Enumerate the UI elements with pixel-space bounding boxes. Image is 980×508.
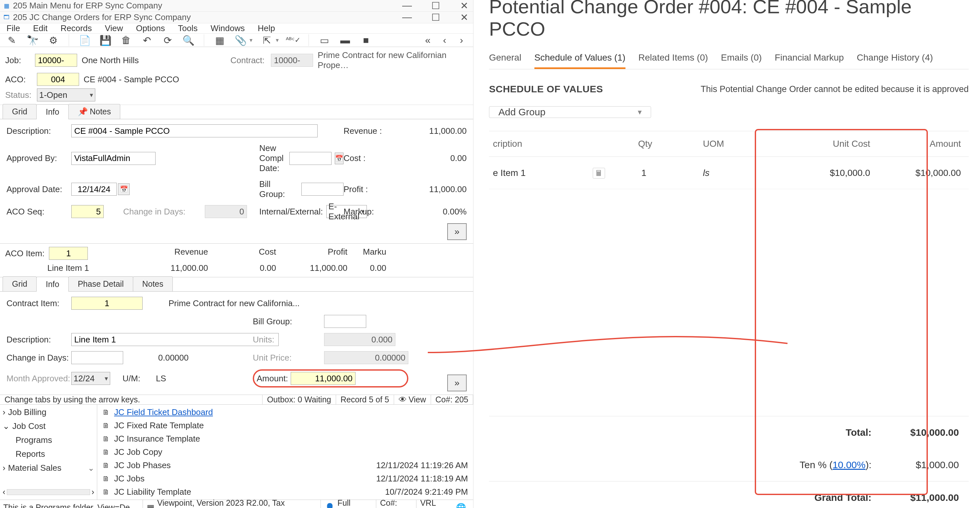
menu-tools[interactable]: Tools	[178, 23, 198, 33]
tab-grid[interactable]: Grid	[3, 104, 37, 119]
job-input[interactable]	[35, 54, 77, 67]
calculator-icon[interactable]: 🖩	[593, 168, 605, 178]
citem-input[interactable]	[71, 297, 143, 310]
menu-options[interactable]: Options	[136, 23, 165, 33]
tree-programs[interactable]: Programs	[3, 435, 94, 445]
file-icon: 🗎	[102, 475, 111, 483]
menu-file[interactable]: File	[6, 23, 20, 33]
list-item[interactable]: 🗎JC Jobs12/11/2024 11:18:19 AM	[102, 474, 468, 484]
acoseq-input[interactable]	[71, 205, 104, 218]
tab2-notes[interactable]: Notes	[133, 276, 173, 291]
aco-input[interactable]	[37, 73, 79, 86]
minimize-icon[interactable]: —	[401, 0, 414, 11]
tab-info[interactable]: Info	[36, 104, 69, 119]
list-item[interactable]: 🗎JC Job Copy	[102, 447, 468, 457]
attach-drop-icon[interactable]: ▾	[250, 37, 253, 44]
close-icon[interactable]: ✕	[458, 0, 471, 11]
sub-titlebar: 🗔 205 JC Change Orders for ERP Sync Comp…	[0, 12, 473, 23]
undo-icon[interactable]: ↶	[140, 34, 153, 47]
tab2-grid[interactable]: Grid	[3, 276, 37, 291]
nav-next-icon[interactable]: ›	[455, 34, 468, 47]
menu-records[interactable]: Records	[60, 23, 92, 33]
panel1-icon[interactable]: ▭	[318, 34, 331, 47]
calendar-icon[interactable]: 📅	[335, 152, 344, 164]
sub-minimize-icon[interactable]: —	[401, 12, 414, 23]
cbill-input[interactable]	[324, 315, 366, 328]
desc-label: Description:	[6, 126, 71, 136]
sov-row[interactable]: e Item 1 🖩 1 ls $10,000.0 $10,000.00	[489, 157, 969, 189]
sub-maximize-icon[interactable]: ☐	[429, 12, 442, 23]
add-group-dropdown[interactable]: Add Group	[489, 106, 651, 118]
attach-icon[interactable]: 📎	[234, 34, 247, 47]
col-unitcost: Unit Cost	[787, 139, 878, 149]
tree-matsales[interactable]: ›Material Sales⌄	[3, 463, 94, 473]
tab-notes[interactable]: 📌Notes	[68, 104, 120, 119]
list-item[interactable]: 🗎JC Job Phases12/11/2024 11:19:26 AM	[102, 460, 468, 470]
web-tab[interactable]: Related Items (0)	[638, 48, 708, 69]
appby-input[interactable]	[71, 152, 156, 165]
tree-jobcost[interactable]: ⌄Job Cost	[3, 421, 94, 431]
uprice-label: Unit Price:	[253, 353, 324, 363]
citem-desc: Prime Contract for new California...	[169, 298, 408, 308]
web-tab[interactable]: Change History (4)	[857, 48, 933, 69]
refresh-icon[interactable]: ⟳	[161, 34, 174, 47]
calendar-icon[interactable]: 📅	[118, 183, 130, 195]
markup-pct-link[interactable]: 10.00%	[832, 459, 865, 470]
expand-button-2[interactable]: »	[447, 375, 467, 391]
gear-icon[interactable]: ⚙	[47, 34, 60, 47]
list-item[interactable]: 🗎JC Field Ticket Dashboard	[102, 407, 468, 417]
chevron-right-icon: ›	[3, 463, 5, 473]
menu-windows[interactable]: Windows	[211, 23, 245, 33]
nav-prev-icon[interactable]: ‹	[438, 34, 451, 47]
edit-icon[interactable]: ✎	[5, 34, 18, 47]
app-icon: ▦	[3, 2, 10, 10]
billgroup-input[interactable]	[301, 183, 344, 196]
list-item[interactable]: 🗎JC Liability Template10/7/2024 9:21:49 …	[102, 487, 468, 497]
list-item[interactable]: 🗎JC Fixed Rate Template	[102, 421, 468, 430]
layout-drop-icon[interactable]: ▾	[276, 37, 279, 44]
menu-help[interactable]: Help	[258, 23, 275, 33]
new-icon[interactable]: 📄	[78, 34, 91, 47]
newcompl-input[interactable]	[290, 152, 331, 165]
tree-reports[interactable]: Reports	[3, 449, 94, 459]
web-tab[interactable]: Schedule of Values (1)	[535, 48, 625, 69]
cdesc-input[interactable]	[71, 333, 279, 346]
grid-icon[interactable]: ▦	[213, 34, 226, 47]
pin-icon: 📌	[78, 107, 88, 116]
web-tab[interactable]: Emails (0)	[721, 48, 762, 69]
tab2-phase[interactable]: Phase Detail	[68, 276, 133, 291]
panel3-icon[interactable]: ■	[360, 34, 372, 47]
acoitem-input[interactable]	[49, 247, 88, 260]
list-item[interactable]: 🗎JC Insurance Template	[102, 434, 468, 444]
save-icon[interactable]: 💾	[99, 34, 112, 47]
status-record: Record 5 of 5	[336, 395, 394, 404]
menu-view[interactable]: View	[105, 23, 123, 33]
web-tab[interactable]: General	[489, 48, 522, 69]
cchg-input[interactable]	[71, 351, 123, 364]
expand-button[interactable]: »	[447, 223, 467, 240]
panel2-icon[interactable]: ▬	[339, 34, 352, 47]
sub-close-icon[interactable]: ✕	[458, 12, 471, 23]
job-label: Job:	[5, 56, 30, 65]
cdesc-label: Description:	[6, 335, 71, 345]
grandtotal-value: $11,000.00	[872, 492, 969, 503]
col-profit: Profit	[276, 247, 347, 260]
tab2-info[interactable]: Info	[36, 277, 69, 292]
markup-label: Markup:	[344, 207, 402, 217]
status-select[interactable]: 1-Open	[37, 89, 95, 102]
binoculars-icon[interactable]: 🔭	[26, 34, 39, 47]
desc-input[interactable]	[71, 124, 318, 137]
maximize-icon[interactable]: ☐	[429, 0, 442, 11]
spellcheck-icon[interactable]: ᴬᴮᶜ✓	[286, 34, 299, 47]
layout-icon[interactable]: ⇱	[260, 34, 273, 47]
tree-jobbilling[interactable]: ›Job Billing	[3, 407, 94, 417]
delete-icon[interactable]: 🗑	[119, 34, 132, 47]
tree-hscroll[interactable]: ‹›	[3, 487, 94, 497]
appdate-input[interactable]	[71, 183, 117, 196]
status-view[interactable]: 👁View	[394, 395, 431, 404]
nav-first-icon[interactable]: «	[421, 34, 434, 47]
search-icon[interactable]: 🔍	[182, 34, 195, 47]
menu-edit[interactable]: Edit	[33, 23, 48, 33]
co-cell: Co#: 205	[376, 500, 412, 508]
web-tab[interactable]: Financial Markup	[775, 48, 844, 69]
